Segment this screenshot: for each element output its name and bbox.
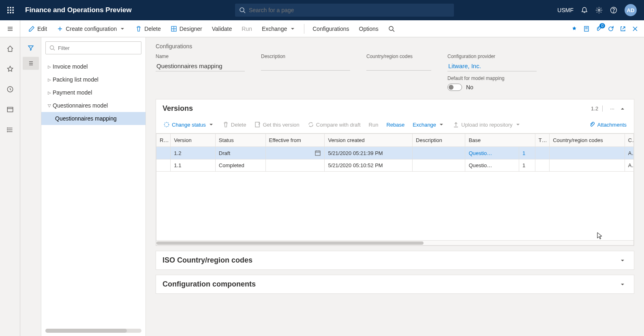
command-bar: Edit Create configuration Delete Designe… [0, 20, 644, 37]
col-created[interactable]: Version created [325, 134, 413, 147]
iso-section: ISO Country/region codes [156, 251, 634, 270]
col-desc[interactable]: Description [413, 134, 465, 147]
page-icon[interactable] [583, 26, 590, 32]
help-icon[interactable] [610, 6, 617, 14]
overflow-icon[interactable]: ··· [607, 106, 618, 112]
breadcrumb: Configurations [156, 43, 634, 50]
svg-rect-1 [10, 7, 11, 8]
rebase-button[interactable]: Rebase [383, 120, 408, 130]
edit-button[interactable]: Edit [24, 23, 51, 34]
svg-line-23 [393, 30, 394, 32]
svg-rect-4 [10, 9, 11, 11]
tree-filter[interactable] [45, 41, 141, 54]
tree-filter-input[interactable] [56, 45, 138, 51]
validate-button[interactable]: Validate [208, 23, 236, 34]
chevron-down-icon[interactable] [618, 257, 627, 264]
recent-icon[interactable] [4, 83, 17, 96]
funnel-icon[interactable] [23, 41, 39, 54]
tree-node-payment-model[interactable]: ▷Payment model [41, 86, 145, 99]
chevron-down-icon[interactable] [618, 281, 627, 288]
upload-repo-button: Upload into repository [449, 119, 524, 130]
star-icon[interactable] [4, 62, 17, 75]
svg-point-37 [7, 131, 7, 132]
list-view-icon[interactable] [23, 57, 39, 70]
svg-rect-30 [7, 107, 13, 112]
default-mapping-toggle[interactable] [447, 84, 462, 91]
content-area: Configurations Name Questionnaires mappi… [146, 37, 644, 336]
personalize-icon[interactable] [571, 26, 578, 32]
exchange-button[interactable]: Exchange [258, 23, 300, 34]
waffle-icon[interactable] [3, 6, 18, 14]
col-effective[interactable]: Effective from [265, 134, 325, 147]
provider-value[interactable]: Litware, Inc. [447, 61, 537, 71]
designer-button[interactable]: Designer [167, 23, 206, 34]
company-code[interactable]: USMF [557, 7, 573, 13]
col-base[interactable]: Base [465, 134, 535, 147]
change-status-button[interactable]: Change status [160, 119, 218, 130]
col-status[interactable]: Status [215, 134, 265, 147]
options-tab[interactable]: Options [355, 23, 383, 34]
col-version[interactable]: Version [171, 134, 216, 147]
modules-icon[interactable] [4, 123, 17, 136]
chevron-up-icon[interactable] [618, 106, 627, 112]
attachments-icon[interactable]: 0 [595, 26, 602, 32]
country-label: Country/region codes [366, 54, 431, 59]
version-delete-button: Delete [219, 119, 250, 130]
hamburger-icon[interactable] [0, 20, 20, 37]
iso-title: ISO Country/region codes [163, 256, 618, 265]
refresh-icon[interactable] [608, 26, 614, 32]
svg-rect-3 [7, 9, 9, 11]
svg-line-42 [53, 49, 55, 50]
svg-point-11 [598, 9, 600, 11]
workspace-icon[interactable] [4, 103, 17, 116]
table-horizontal-scrollbar[interactable] [156, 241, 634, 246]
configurations-tab[interactable]: Configurations [308, 23, 353, 34]
main-area: ▷Invoice model ▷Packing list model ▷Paym… [0, 37, 644, 336]
close-icon[interactable] [632, 26, 638, 32]
version-run-button: Run [366, 120, 382, 130]
svg-rect-45 [315, 151, 320, 155]
version-exchange-button[interactable]: Exchange [409, 119, 448, 130]
col-t[interactable]: T… [535, 134, 549, 147]
versions-badge: 1.2 [587, 106, 603, 112]
bell-icon[interactable] [581, 6, 588, 14]
col-r[interactable]: R… [156, 134, 171, 147]
create-configuration-button[interactable]: Create configuration [53, 23, 130, 34]
name-value[interactable]: Questionnaires mapping [156, 61, 245, 71]
versions-table: R… Version Status Effective from Version… [156, 133, 634, 246]
col-c[interactable]: C [625, 134, 633, 147]
delete-button[interactable]: Delete [131, 23, 165, 34]
global-search[interactable] [235, 4, 454, 17]
gear-icon[interactable] [595, 6, 603, 14]
filter-rail [20, 37, 41, 336]
name-label: Name [156, 54, 245, 59]
col-country[interactable]: Country/region codes [550, 134, 625, 147]
tree-node-packing-list-model[interactable]: ▷Packing list model [41, 73, 145, 86]
popout-icon[interactable] [620, 26, 626, 32]
get-version-button: Get this version [251, 119, 302, 130]
svg-line-10 [244, 11, 245, 13]
separator [304, 24, 304, 34]
table-row[interactable]: 1.1 Completed 5/21/2020 05:10:52 PM Ques… [156, 159, 634, 172]
compare-button: Compare with draft [304, 119, 364, 130]
version-attachments-button[interactable]: Attachments [586, 119, 630, 130]
svg-rect-6 [7, 12, 9, 13]
global-search-input[interactable] [246, 7, 450, 13]
svg-point-22 [389, 26, 393, 30]
components-section: Configuration components [156, 275, 634, 294]
find-button[interactable] [384, 23, 399, 34]
chevron-down-icon [119, 26, 126, 32]
calendar-icon[interactable] [315, 150, 321, 156]
tree-node-questionnaires-mapping[interactable]: Questionnaires mapping [41, 112, 145, 125]
table-row[interactable]: 1.2 Draft 5/21/2020 05:21:39 PM Questio…… [156, 147, 634, 159]
tree-node-questionnaires-model[interactable]: ▷Questionnaires model [41, 99, 145, 112]
app-header: Finance and Operations Preview USMF AD [0, 0, 644, 20]
tree-horizontal-scrollbar[interactable] [45, 329, 141, 333]
description-value[interactable] [261, 61, 350, 71]
provider-label: Configuration provider [447, 54, 537, 59]
table-empty-area [156, 172, 634, 241]
home-icon[interactable] [4, 42, 17, 55]
tree-node-invoice-model[interactable]: ▷Invoice model [41, 60, 145, 73]
avatar[interactable]: AD [625, 4, 637, 16]
country-value[interactable] [366, 61, 431, 71]
